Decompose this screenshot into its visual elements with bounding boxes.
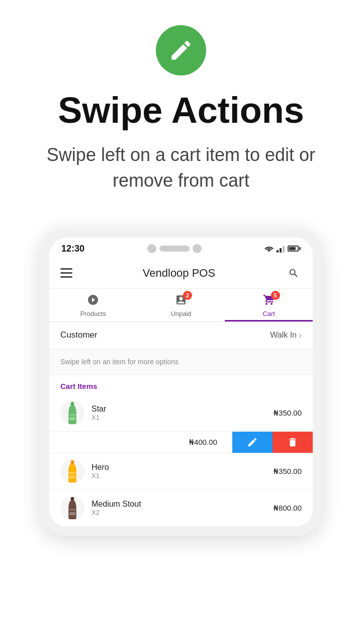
cart-item[interactable]: Hero X1 ₦350.00 xyxy=(49,453,313,490)
search-icon xyxy=(288,268,299,279)
edit-icon xyxy=(247,437,258,448)
item-qty: X2 xyxy=(92,509,274,516)
page-subtitle: Swipe left on a cart item to edit or rem… xyxy=(30,142,332,193)
swiped-content: ₦400.00 xyxy=(49,432,232,453)
item-info-stout: Medium Stout X2 xyxy=(92,500,274,516)
pencil-svg xyxy=(168,38,194,63)
cart-tab-icon-wrap: 5 xyxy=(263,294,275,308)
svg-rect-8 xyxy=(69,512,76,515)
products-tab-icon-wrap xyxy=(87,294,99,308)
pencil-circle-icon xyxy=(156,25,206,75)
item-price: ₦800.00 xyxy=(274,504,302,513)
cart-item[interactable]: Medium Stout X2 ₦800.00 xyxy=(49,490,313,527)
svg-rect-0 xyxy=(71,402,74,406)
chevron-right-icon: › xyxy=(299,330,302,341)
cart-items-title: Cart Items xyxy=(60,382,97,390)
delete-icon xyxy=(287,437,298,448)
svg-rect-4 xyxy=(68,472,76,474)
swiped-item-price: ₦400.00 xyxy=(189,438,217,447)
item-avatar-stout xyxy=(60,496,84,520)
customer-row[interactable]: Customer Walk In › xyxy=(49,322,313,349)
search-button[interactable] xyxy=(286,265,302,281)
signal-icon xyxy=(277,245,285,253)
bottle-icon-dark xyxy=(65,497,79,519)
unpaid-tab-icon-wrap: 2 xyxy=(175,294,187,308)
status-time: 12:30 xyxy=(61,244,84,254)
item-name: Medium Stout xyxy=(92,500,274,509)
products-tab-label: Products xyxy=(80,310,106,317)
cart-item[interactable]: Star X1 ₦350.00 xyxy=(49,395,313,432)
phone-mockup: 12:30 xyxy=(40,228,322,536)
phone-screen: 12:30 xyxy=(49,237,313,527)
item-qty: X1 xyxy=(92,414,274,421)
customer-label: Customer xyxy=(60,330,98,340)
products-icon xyxy=(87,294,99,306)
edit-button[interactable] xyxy=(232,432,273,453)
tab-unpaid[interactable]: 2 Unpaid xyxy=(137,289,225,321)
unpaid-tab-label: Unpaid xyxy=(170,310,191,317)
app-title: Vendloop POS xyxy=(143,267,215,280)
item-info-hero: Hero X1 xyxy=(92,463,274,479)
app-bar: Vendloop POS xyxy=(49,258,313,289)
item-avatar-star xyxy=(60,401,84,425)
svg-rect-3 xyxy=(71,460,74,464)
top-section: Swipe Actions Swipe left on a cart item … xyxy=(0,0,362,228)
svg-rect-1 xyxy=(68,414,76,416)
item-avatar-hero xyxy=(60,459,84,484)
cart-items-section: Cart Items xyxy=(49,375,313,395)
cart-item-swiped: ₦400.00 xyxy=(49,432,313,453)
bottle-icon-green xyxy=(65,402,79,424)
cart-list: Star X1 ₦350.00 ₦400.00 xyxy=(49,395,313,527)
notch-circle-right xyxy=(193,244,202,253)
hamburger-menu-button[interactable] xyxy=(60,268,72,278)
swipe-hint: Swipe left on an item for more options xyxy=(49,349,313,375)
cart-tab-label: Cart xyxy=(262,310,275,317)
item-price: ₦350.00 xyxy=(274,467,302,476)
status-icons xyxy=(264,245,301,253)
bottle-icon-amber xyxy=(65,460,79,482)
customer-value-wrap: Walk In › xyxy=(270,330,302,341)
wifi-icon xyxy=(264,245,274,252)
delete-button[interactable] xyxy=(273,432,313,453)
item-info-star: Star X1 xyxy=(92,405,274,421)
tab-cart[interactable]: 5 Cart xyxy=(225,289,313,321)
svg-rect-5 xyxy=(69,475,76,478)
tabs-bar: Products 2 Unpaid 5 xyxy=(49,289,313,322)
item-name: Hero xyxy=(92,463,274,472)
svg-rect-6 xyxy=(71,497,74,501)
notch-circle-left xyxy=(147,244,156,253)
notch-pill xyxy=(159,246,190,252)
customer-value: Walk In xyxy=(270,331,297,340)
notch-area xyxy=(147,244,202,253)
swipe-actions xyxy=(232,432,313,453)
item-qty: X1 xyxy=(92,472,274,479)
swipe-hint-text: Swipe left on an item for more options xyxy=(60,358,178,366)
cart-badge: 5 xyxy=(271,291,280,300)
svg-rect-7 xyxy=(68,509,76,511)
battery-icon xyxy=(288,246,301,252)
item-price: ₦350.00 xyxy=(274,409,302,418)
unpaid-badge: 2 xyxy=(183,291,192,300)
tab-products[interactable]: Products xyxy=(49,289,137,321)
status-bar: 12:30 xyxy=(49,237,313,258)
page-title: Swipe Actions xyxy=(58,91,304,130)
svg-rect-2 xyxy=(69,417,76,420)
item-name: Star xyxy=(92,405,274,414)
